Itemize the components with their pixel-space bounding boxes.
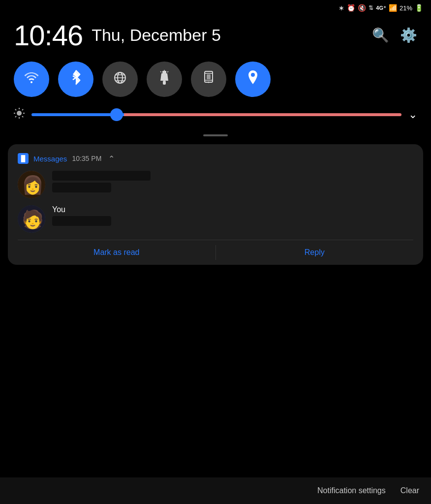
battery-percent: 21%	[400, 4, 412, 12]
message-thread-2: You	[18, 205, 413, 233]
search-icon[interactable]: 🔍	[372, 27, 389, 43]
svg-rect-7	[163, 81, 166, 85]
svg-line-25	[15, 116, 16, 117]
brightness-row: ⌄	[0, 102, 431, 127]
svg-rect-12	[207, 74, 211, 79]
clear-button[interactable]: Clear	[400, 486, 419, 495]
card-actions: Mark as read Reply	[18, 240, 413, 265]
notification-settings-button[interactable]: Notification settings	[317, 486, 386, 495]
location-toggle[interactable]	[235, 62, 271, 97]
battery-icon: 🔋	[415, 4, 423, 12]
svg-line-10	[167, 71, 168, 72]
4g-icon: 4G⁺	[376, 5, 386, 11]
sender-avatar-2	[18, 205, 45, 233]
svg-line-1	[73, 78, 76, 80]
svg-rect-5	[162, 71, 166, 73]
date-display: Thu, December 5	[92, 26, 221, 45]
sender-avatar-1-image	[18, 171, 45, 198]
expand-icon[interactable]: ⌃	[108, 154, 115, 163]
bottom-bar: Notification settings Clear	[0, 477, 431, 504]
wifi-toggle[interactable]	[14, 62, 49, 97]
settings-icon[interactable]: ⚙️	[400, 27, 417, 43]
notification-card: █ Messages 10:35 PM ⌃ You Mark as read R…	[8, 144, 423, 265]
mobile-data-icon	[113, 71, 127, 88]
you-message-redacted	[52, 216, 111, 226]
bluetooth-toggle[interactable]	[58, 62, 93, 97]
svg-marker-6	[160, 73, 168, 81]
bluetooth-status-icon: ∗	[339, 4, 344, 12]
divider-bar	[203, 134, 228, 136]
mark-as-read-button[interactable]: Mark as read	[18, 240, 216, 265]
data-transfer-icon: ⇅	[369, 4, 373, 11]
quick-toggles	[0, 57, 431, 102]
wifi-icon	[24, 71, 39, 88]
header-action-icons: 🔍 ⚙️	[372, 27, 417, 43]
time-date-left: 10:46 Thu, December 5	[14, 19, 221, 52]
flashlight-toggle[interactable]	[147, 62, 182, 97]
mute-icon: 🔇	[358, 4, 366, 12]
mobile-data-toggle[interactable]	[102, 62, 138, 97]
reply-button[interactable]: Reply	[216, 240, 414, 265]
time-date-row: 10:46 Thu, December 5 🔍 ⚙️	[0, 14, 431, 57]
flashlight-icon	[158, 70, 170, 89]
svg-point-15	[208, 81, 210, 83]
messages-app-icon: █	[18, 153, 29, 164]
svg-line-23	[22, 116, 23, 117]
bluetooth-icon	[70, 69, 82, 90]
screen-rotate-toggle[interactable]	[191, 62, 226, 97]
screen-lock-icon	[202, 70, 215, 89]
svg-line-22	[15, 109, 16, 110]
divider	[0, 127, 431, 139]
messages-icon: █	[21, 155, 26, 162]
message-text-redacted	[52, 183, 111, 192]
time-display: 10:46	[14, 19, 83, 52]
sender-avatar-2-image	[18, 205, 45, 233]
notification-time: 10:35 PM	[72, 155, 101, 162]
message-content-2: You	[52, 205, 413, 228]
location-icon	[246, 69, 259, 90]
svg-point-16	[251, 73, 255, 77]
message-thread-1	[18, 171, 413, 198]
svg-point-17	[17, 111, 22, 116]
app-name[interactable]: Messages	[33, 155, 67, 163]
status-bar: ∗ ⏰ 🔇 ⇅ 4G⁺ 📶 21% 🔋	[0, 0, 431, 14]
brightness-icon	[14, 108, 25, 122]
sender-name-redacted	[52, 171, 151, 181]
alarm-icon: ⏰	[347, 4, 355, 12]
you-label: You	[52, 205, 413, 214]
chevron-down-icon[interactable]: ⌄	[408, 108, 417, 121]
svg-line-24	[22, 109, 23, 110]
message-content-1	[52, 171, 413, 194]
status-icons: ∗ ⏰ 🔇 ⇅ 4G⁺ 📶 21% 🔋	[339, 4, 423, 12]
sender-avatar-1	[18, 171, 45, 198]
card-header: █ Messages 10:35 PM ⌃	[18, 153, 413, 164]
svg-line-9	[160, 71, 161, 72]
brightness-slider[interactable]	[31, 113, 401, 116]
signal-icon: 📶	[389, 4, 397, 12]
